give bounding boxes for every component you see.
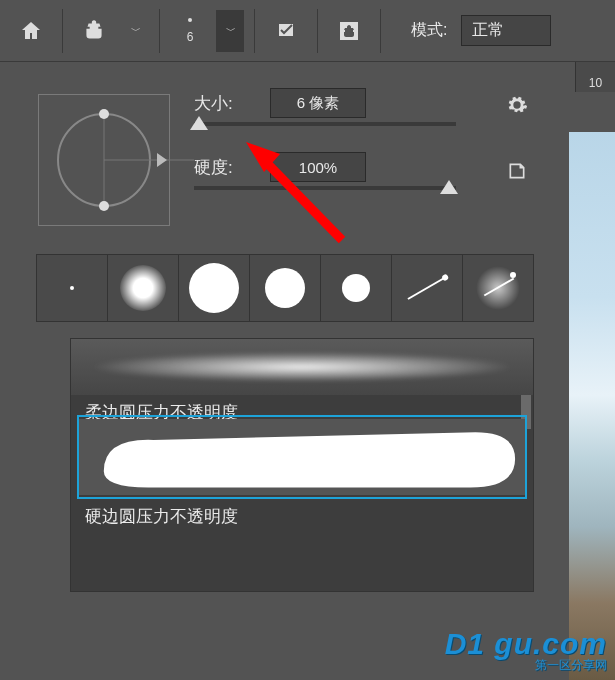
hardness-label: 硬度: [194,156,250,179]
divider [254,9,255,53]
preset-soft-line-brush[interactable] [463,255,533,321]
preset-hard-round-large[interactable] [179,255,250,321]
divider [159,9,160,53]
mode-value: 正常 [472,21,504,38]
brush-size-indicator[interactable]: 6 [170,18,210,44]
preset-line-brush[interactable] [392,255,463,321]
stroke-preview-hard [79,419,525,495]
sliders-area: 大小: 硬度: [170,88,494,226]
new-preset-icon[interactable] [507,161,527,186]
toolbar: ﹀ 6 ﹀ 模式: 正常 [0,0,615,62]
hardness-slider[interactable] [194,186,456,190]
preset-hard-round-med[interactable] [250,255,321,321]
brush-preset-row [36,254,534,322]
gear-icon[interactable] [506,94,528,121]
home-button[interactable] [10,10,52,52]
divider [62,9,63,53]
brush-angle-widget[interactable] [38,94,170,226]
size-slider-thumb[interactable] [190,116,208,130]
brush-size-number: 6 [187,30,194,44]
ruler: 10 [575,62,615,92]
preset-hard-round-small[interactable] [321,255,392,321]
watermark-main: D1 gu.com [445,627,607,660]
divider [317,9,318,53]
watermark: D1 gu.com 第一区分享网 [445,627,607,674]
brush-stroke-list: ︿ 柔边圆压力不透明度 硬边圆压力不透明度 [70,338,534,592]
hardness-slider-thumb[interactable] [440,180,458,194]
size-input[interactable] [270,88,366,118]
preset-soft-round[interactable] [108,255,179,321]
clone-stamp-tool[interactable] [73,10,115,52]
mode-label: 模式: [411,20,447,41]
angle-circle-icon [57,113,151,207]
canvas-image [569,132,615,680]
sample-button[interactable] [328,10,370,52]
size-label: 大小: [194,92,250,115]
hardness-input[interactable] [270,152,366,182]
divider [380,9,381,53]
stroke-item[interactable]: 柔边圆压力不透明度 [71,339,533,415]
stroke-item-selected[interactable]: 硬边圆压力不透明度 [71,415,533,538]
preset-tiny-dot[interactable] [37,255,108,321]
ruler-tick: 10 [589,76,602,90]
brush-panel-button[interactable] [265,10,307,52]
tool-dropdown[interactable]: ﹀ [121,10,149,52]
brush-settings-panel: 大小: 硬度: [20,72,550,632]
size-slider[interactable] [194,122,456,126]
stroke-preview-soft [71,339,533,395]
stroke-label: 硬边圆压力不透明度 [71,499,533,538]
mode-select[interactable]: 正常 [461,15,551,46]
brush-dot-icon [188,18,192,22]
brush-dropdown[interactable]: ﹀ [216,10,244,52]
